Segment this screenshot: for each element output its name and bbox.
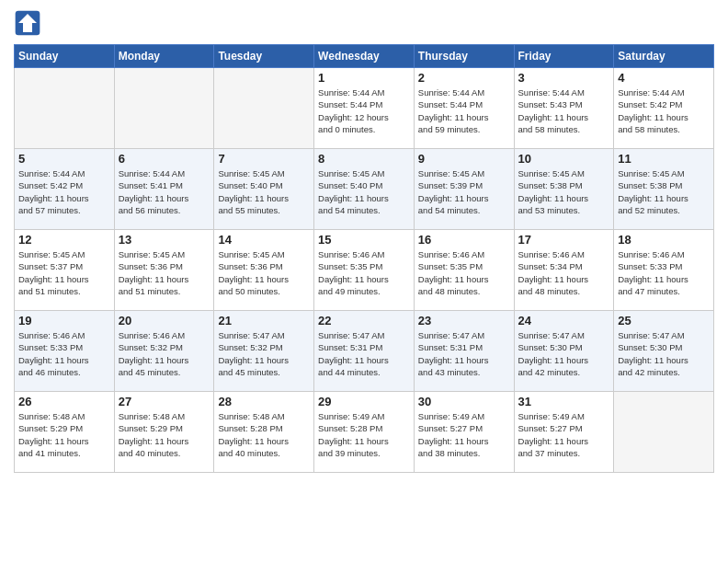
day-info: Sunrise: 5:48 AM Sunset: 5:29 PM Dayligh… <box>119 410 210 459</box>
calendar-cell: 12Sunrise: 5:45 AM Sunset: 5:37 PM Dayli… <box>15 230 115 311</box>
day-info: Sunrise: 5:44 AM Sunset: 5:42 PM Dayligh… <box>618 86 710 135</box>
calendar-cell <box>114 68 214 149</box>
calendar-cell: 22Sunrise: 5:47 AM Sunset: 5:31 PM Dayli… <box>314 311 415 392</box>
calendar-cell: 29Sunrise: 5:49 AM Sunset: 5:28 PM Dayli… <box>314 392 415 473</box>
day-info: Sunrise: 5:45 AM Sunset: 5:38 PM Dayligh… <box>618 167 710 216</box>
day-info: Sunrise: 5:47 AM Sunset: 5:30 PM Dayligh… <box>518 329 610 378</box>
weekday-header-thursday: Thursday <box>414 45 514 68</box>
calendar-cell: 19Sunrise: 5:46 AM Sunset: 5:33 PM Dayli… <box>15 311 115 392</box>
day-number: 16 <box>418 233 510 247</box>
calendar-cell: 17Sunrise: 5:46 AM Sunset: 5:34 PM Dayli… <box>514 230 614 311</box>
day-info: Sunrise: 5:45 AM Sunset: 5:38 PM Dayligh… <box>518 167 610 216</box>
calendar-cell: 1Sunrise: 5:44 AM Sunset: 5:44 PM Daylig… <box>314 68 415 149</box>
day-number: 7 <box>218 152 310 166</box>
day-info: Sunrise: 5:46 AM Sunset: 5:33 PM Dayligh… <box>618 248 710 297</box>
day-number: 23 <box>418 314 510 327</box>
day-number: 18 <box>618 233 710 247</box>
weekday-header-sunday: Sunday <box>15 45 115 68</box>
calendar-cell: 11Sunrise: 5:45 AM Sunset: 5:38 PM Dayli… <box>614 149 714 230</box>
day-number: 21 <box>218 314 310 327</box>
calendar-cell: 21Sunrise: 5:47 AM Sunset: 5:32 PM Dayli… <box>214 311 314 392</box>
day-number: 25 <box>618 314 710 327</box>
calendar-cell: 4Sunrise: 5:44 AM Sunset: 5:42 PM Daylig… <box>614 68 714 149</box>
day-info: Sunrise: 5:45 AM Sunset: 5:36 PM Dayligh… <box>119 248 210 297</box>
calendar-cell <box>614 392 714 473</box>
logo <box>14 9 45 37</box>
calendar-cell: 27Sunrise: 5:48 AM Sunset: 5:29 PM Dayli… <box>114 392 214 473</box>
day-info: Sunrise: 5:48 AM Sunset: 5:29 PM Dayligh… <box>18 410 110 459</box>
day-number: 24 <box>518 314 610 327</box>
calendar-cell: 10Sunrise: 5:45 AM Sunset: 5:38 PM Dayli… <box>514 149 614 230</box>
day-number: 12 <box>18 233 110 247</box>
page-container: SundayMondayTuesdayWednesdayThursdayFrid… <box>0 0 728 563</box>
week-row-2: 5Sunrise: 5:44 AM Sunset: 5:42 PM Daylig… <box>15 149 714 230</box>
calendar-cell: 8Sunrise: 5:45 AM Sunset: 5:40 PM Daylig… <box>314 149 415 230</box>
day-info: Sunrise: 5:46 AM Sunset: 5:35 PM Dayligh… <box>418 248 510 297</box>
day-number: 22 <box>318 314 410 327</box>
calendar-cell: 25Sunrise: 5:47 AM Sunset: 5:30 PM Dayli… <box>614 311 714 392</box>
day-info: Sunrise: 5:44 AM Sunset: 5:44 PM Dayligh… <box>418 86 510 135</box>
day-info: Sunrise: 5:45 AM Sunset: 5:39 PM Dayligh… <box>418 167 510 216</box>
day-number: 29 <box>318 395 410 408</box>
day-number: 20 <box>119 314 210 327</box>
day-info: Sunrise: 5:49 AM Sunset: 5:28 PM Dayligh… <box>318 410 410 459</box>
calendar-cell: 6Sunrise: 5:44 AM Sunset: 5:41 PM Daylig… <box>114 149 214 230</box>
day-number: 17 <box>518 233 610 247</box>
day-number: 13 <box>119 233 210 247</box>
day-number: 27 <box>119 395 210 408</box>
day-number: 2 <box>418 71 510 85</box>
week-row-4: 19Sunrise: 5:46 AM Sunset: 5:33 PM Dayli… <box>15 311 714 392</box>
calendar-cell: 16Sunrise: 5:46 AM Sunset: 5:35 PM Dayli… <box>414 230 514 311</box>
weekday-header-saturday: Saturday <box>614 45 714 68</box>
calendar-cell: 9Sunrise: 5:45 AM Sunset: 5:39 PM Daylig… <box>414 149 514 230</box>
day-number: 8 <box>318 152 410 166</box>
calendar-cell: 18Sunrise: 5:46 AM Sunset: 5:33 PM Dayli… <box>614 230 714 311</box>
day-number: 28 <box>218 395 310 408</box>
weekday-header-tuesday: Tuesday <box>214 45 314 68</box>
weekday-header-row: SundayMondayTuesdayWednesdayThursdayFrid… <box>15 45 714 68</box>
calendar-cell: 30Sunrise: 5:49 AM Sunset: 5:27 PM Dayli… <box>414 392 514 473</box>
calendar-cell: 2Sunrise: 5:44 AM Sunset: 5:44 PM Daylig… <box>414 68 514 149</box>
week-row-1: 1Sunrise: 5:44 AM Sunset: 5:44 PM Daylig… <box>15 68 714 149</box>
day-info: Sunrise: 5:44 AM Sunset: 5:42 PM Dayligh… <box>18 167 110 216</box>
day-number: 6 <box>119 152 210 166</box>
calendar-cell: 15Sunrise: 5:46 AM Sunset: 5:35 PM Dayli… <box>314 230 415 311</box>
calendar-cell: 3Sunrise: 5:44 AM Sunset: 5:43 PM Daylig… <box>514 68 614 149</box>
day-number: 14 <box>218 233 310 247</box>
calendar-cell <box>15 68 115 149</box>
week-row-5: 26Sunrise: 5:48 AM Sunset: 5:29 PM Dayli… <box>15 392 714 473</box>
day-number: 31 <box>518 395 610 408</box>
weekday-header-friday: Friday <box>514 45 614 68</box>
day-number: 5 <box>18 152 110 166</box>
day-number: 19 <box>18 314 110 327</box>
week-row-3: 12Sunrise: 5:45 AM Sunset: 5:37 PM Dayli… <box>15 230 714 311</box>
calendar: SundayMondayTuesdayWednesdayThursdayFrid… <box>14 44 714 473</box>
day-number: 30 <box>418 395 510 408</box>
day-number: 10 <box>518 152 610 166</box>
calendar-cell: 26Sunrise: 5:48 AM Sunset: 5:29 PM Dayli… <box>15 392 115 473</box>
day-number: 9 <box>418 152 510 166</box>
day-info: Sunrise: 5:47 AM Sunset: 5:31 PM Dayligh… <box>418 329 510 378</box>
day-info: Sunrise: 5:46 AM Sunset: 5:35 PM Dayligh… <box>318 248 410 297</box>
day-number: 15 <box>318 233 410 247</box>
weekday-header-wednesday: Wednesday <box>314 45 415 68</box>
day-number: 1 <box>318 71 410 85</box>
calendar-cell: 23Sunrise: 5:47 AM Sunset: 5:31 PM Dayli… <box>414 311 514 392</box>
day-info: Sunrise: 5:45 AM Sunset: 5:40 PM Dayligh… <box>218 167 310 216</box>
day-info: Sunrise: 5:47 AM Sunset: 5:30 PM Dayligh… <box>618 329 710 378</box>
day-info: Sunrise: 5:46 AM Sunset: 5:34 PM Dayligh… <box>518 248 610 297</box>
calendar-cell: 14Sunrise: 5:45 AM Sunset: 5:36 PM Dayli… <box>214 230 314 311</box>
calendar-cell: 31Sunrise: 5:49 AM Sunset: 5:27 PM Dayli… <box>514 392 614 473</box>
day-info: Sunrise: 5:47 AM Sunset: 5:31 PM Dayligh… <box>318 329 410 378</box>
calendar-cell: 20Sunrise: 5:46 AM Sunset: 5:32 PM Dayli… <box>114 311 214 392</box>
day-info: Sunrise: 5:45 AM Sunset: 5:40 PM Dayligh… <box>318 167 410 216</box>
day-info: Sunrise: 5:44 AM Sunset: 5:41 PM Dayligh… <box>119 167 210 216</box>
day-info: Sunrise: 5:49 AM Sunset: 5:27 PM Dayligh… <box>418 410 510 459</box>
calendar-cell: 5Sunrise: 5:44 AM Sunset: 5:42 PM Daylig… <box>15 149 115 230</box>
day-info: Sunrise: 5:45 AM Sunset: 5:36 PM Dayligh… <box>218 248 310 297</box>
calendar-cell: 7Sunrise: 5:45 AM Sunset: 5:40 PM Daylig… <box>214 149 314 230</box>
day-info: Sunrise: 5:47 AM Sunset: 5:32 PM Dayligh… <box>218 329 310 378</box>
day-info: Sunrise: 5:46 AM Sunset: 5:33 PM Dayligh… <box>18 329 110 378</box>
calendar-cell: 28Sunrise: 5:48 AM Sunset: 5:28 PM Dayli… <box>214 392 314 473</box>
day-info: Sunrise: 5:48 AM Sunset: 5:28 PM Dayligh… <box>218 410 310 459</box>
